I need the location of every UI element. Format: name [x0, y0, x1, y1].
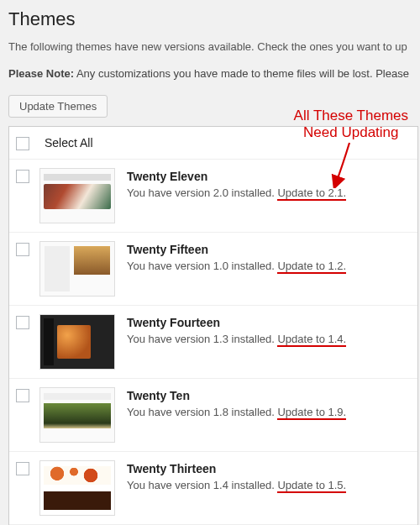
theme-meta: You have version 1.0 installed. Update t…	[127, 260, 346, 272]
table-row: Twenty Eleven You have version 2.0 insta…	[9, 160, 417, 233]
select-all-checkbox-cell	[16, 135, 39, 150]
theme-thumbnail	[39, 460, 115, 516]
table-row: Twenty Thirteen You have version 1.4 ins…	[9, 452, 417, 525]
theme-name: Twenty Ten	[127, 389, 411, 402]
update-themes-button[interactable]: Update Themes	[8, 95, 108, 118]
theme-meta: You have version 1.3 installed. Update t…	[127, 333, 346, 345]
table-row: Twenty Fifteen You have version 1.0 inst…	[9, 233, 417, 306]
theme-name: Twenty Thirteen	[127, 462, 411, 475]
theme-info: Twenty Fourteen You have version 1.3 ins…	[127, 314, 411, 345]
table-header-row: Select All	[9, 127, 417, 160]
theme-checkbox[interactable]	[16, 243, 29, 256]
update-link[interactable]: Update to 1.2.	[277, 260, 346, 274]
theme-meta: You have version 1.4 installed. Update t…	[127, 479, 346, 491]
theme-name: Twenty Fifteen	[127, 243, 411, 256]
table-row: Twenty Fourteen You have version 1.3 ins…	[9, 306, 417, 379]
note-text: Please Note: Any customizations you have…	[8, 66, 420, 82]
theme-thumbnail	[39, 241, 115, 297]
theme-checkbox[interactable]	[16, 316, 29, 329]
installed-version-text: You have version 1.3 installed.	[127, 333, 277, 345]
intro-text: The following themes have new versions a…	[8, 39, 420, 55]
themes-update-panel: Themes The following themes have new ver…	[0, 0, 420, 525]
installed-version-text: You have version 2.0 installed.	[127, 186, 277, 199]
installed-version-text: You have version 1.8 installed.	[127, 406, 277, 418]
theme-meta: You have version 2.0 installed. Update t…	[127, 186, 346, 199]
theme-info: Twenty Ten You have version 1.8 installe…	[127, 387, 411, 418]
update-link[interactable]: Update to 1.5.	[277, 479, 346, 493]
note-label: Please Note:	[8, 67, 74, 80]
page-heading: Themes	[8, 8, 420, 30]
theme-checkbox[interactable]	[16, 462, 29, 475]
theme-info: Twenty Fifteen You have version 1.0 inst…	[127, 241, 411, 272]
theme-thumbnail	[39, 314, 115, 370]
note-body: Any customizations you have made to them…	[74, 67, 409, 80]
update-link[interactable]: Update to 1.4.	[277, 333, 346, 347]
theme-meta: You have version 1.8 installed. Update t…	[127, 406, 346, 418]
select-all-label[interactable]: Select All	[39, 136, 93, 150]
installed-version-text: You have version 1.0 installed.	[127, 260, 277, 272]
theme-name: Twenty Fourteen	[127, 316, 411, 329]
table-row: Twenty Ten You have version 1.8 installe…	[9, 379, 417, 452]
theme-checkbox[interactable]	[16, 389, 29, 402]
installed-version-text: You have version 1.4 installed.	[127, 479, 277, 491]
update-link[interactable]: Update to 1.9.	[277, 406, 346, 420]
themes-table: Select All Twenty Eleven You have versio…	[8, 126, 418, 525]
theme-info: Twenty Thirteen You have version 1.4 ins…	[127, 460, 411, 491]
select-all-checkbox[interactable]	[16, 137, 29, 150]
theme-name: Twenty Eleven	[127, 170, 411, 183]
theme-thumbnail	[39, 168, 115, 223]
theme-checkbox[interactable]	[16, 170, 29, 183]
update-link[interactable]: Update to 2.1.	[277, 186, 346, 201]
theme-info: Twenty Eleven You have version 2.0 insta…	[127, 168, 411, 199]
theme-thumbnail	[39, 387, 115, 443]
